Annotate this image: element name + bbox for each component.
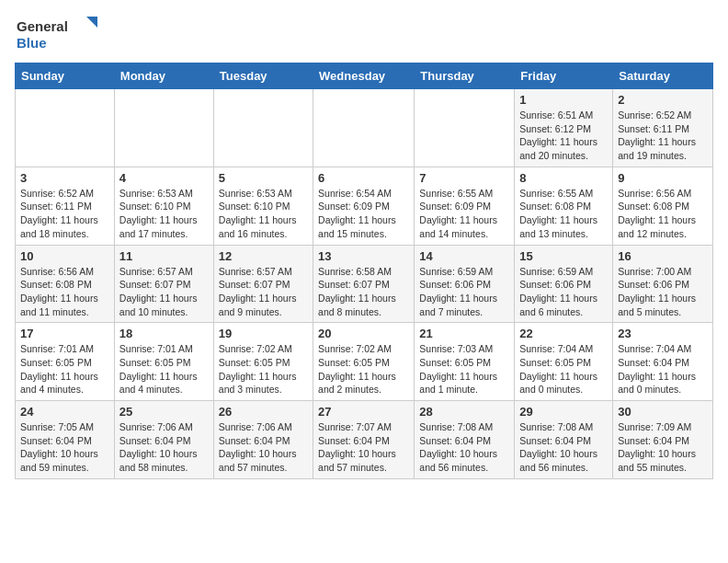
calendar-cell: 26Sunrise: 7:06 AM Sunset: 6:04 PM Dayli…: [213, 401, 313, 479]
calendar-cell: 14Sunrise: 6:59 AM Sunset: 6:06 PM Dayli…: [415, 245, 515, 323]
day-info: Sunrise: 6:58 AM Sunset: 6:07 PM Dayligh…: [318, 265, 409, 319]
day-info: Sunrise: 6:59 AM Sunset: 6:06 PM Dayligh…: [419, 265, 509, 319]
calendar-cell: 7Sunrise: 6:55 AM Sunset: 6:09 PM Daylig…: [415, 167, 515, 245]
header-day-monday: Monday: [114, 63, 213, 89]
day-number: 23: [618, 327, 708, 340]
header-day-sunday: Sunday: [16, 63, 115, 89]
day-info: Sunrise: 7:06 AM Sunset: 6:04 PM Dayligh…: [119, 420, 209, 475]
calendar-cell: 11Sunrise: 6:57 AM Sunset: 6:07 PM Dayli…: [114, 245, 213, 323]
svg-text:General: General: [17, 18, 68, 34]
calendar-cell: 29Sunrise: 7:08 AM Sunset: 6:04 PM Dayli…: [515, 401, 613, 479]
day-number: 30: [618, 405, 708, 419]
calendar-cell: 30Sunrise: 7:09 AM Sunset: 6:04 PM Dayli…: [613, 401, 713, 479]
day-number: 24: [20, 405, 109, 419]
header-day-friday: Friday: [515, 63, 613, 89]
day-info: Sunrise: 7:01 AM Sunset: 6:05 PM Dayligh…: [20, 342, 109, 396]
calendar-cell: 9Sunrise: 6:56 AM Sunset: 6:08 PM Daylig…: [613, 167, 713, 245]
day-info: Sunrise: 6:59 AM Sunset: 6:06 PM Dayligh…: [519, 265, 608, 319]
calendar-cell: 15Sunrise: 6:59 AM Sunset: 6:06 PM Dayli…: [515, 245, 613, 323]
week-row-3: 10Sunrise: 6:56 AM Sunset: 6:08 PM Dayli…: [16, 245, 713, 323]
calendar-cell: 27Sunrise: 7:07 AM Sunset: 6:04 PM Dayli…: [313, 401, 415, 479]
calendar-body: 1Sunrise: 6:51 AM Sunset: 6:12 PM Daylig…: [16, 89, 713, 479]
calendar-cell: [114, 89, 213, 167]
day-info: Sunrise: 6:52 AM Sunset: 6:11 PM Dayligh…: [618, 109, 708, 163]
day-info: Sunrise: 6:56 AM Sunset: 6:08 PM Dayligh…: [20, 265, 109, 319]
calendar-cell: 8Sunrise: 6:55 AM Sunset: 6:08 PM Daylig…: [515, 167, 613, 245]
calendar-cell: 3Sunrise: 6:52 AM Sunset: 6:11 PM Daylig…: [16, 167, 115, 245]
calendar-cell: 24Sunrise: 7:05 AM Sunset: 6:04 PM Dayli…: [16, 401, 115, 479]
day-number: 6: [318, 171, 409, 185]
calendar-cell: 16Sunrise: 7:00 AM Sunset: 6:06 PM Dayli…: [613, 245, 713, 323]
day-info: Sunrise: 6:52 AM Sunset: 6:11 PM Dayligh…: [20, 187, 109, 241]
day-number: 25: [119, 405, 209, 419]
day-info: Sunrise: 7:01 AM Sunset: 6:05 PM Dayligh…: [119, 342, 209, 396]
day-info: Sunrise: 7:08 AM Sunset: 6:04 PM Dayligh…: [519, 420, 608, 475]
day-number: 14: [419, 249, 509, 263]
calendar-cell: 25Sunrise: 7:06 AM Sunset: 6:04 PM Dayli…: [114, 401, 213, 479]
day-info: Sunrise: 6:55 AM Sunset: 6:09 PM Dayligh…: [419, 187, 509, 241]
calendar-table: SundayMondayTuesdayWednesdayThursdayFrid…: [15, 63, 713, 479]
calendar-cell: [313, 89, 415, 167]
day-number: 27: [318, 405, 409, 419]
day-number: 7: [419, 171, 509, 185]
calendar-cell: 13Sunrise: 6:58 AM Sunset: 6:07 PM Dayli…: [313, 245, 415, 323]
day-info: Sunrise: 6:53 AM Sunset: 6:10 PM Dayligh…: [219, 187, 308, 241]
day-number: 21: [419, 327, 509, 340]
day-number: 1: [519, 93, 608, 107]
day-info: Sunrise: 7:05 AM Sunset: 6:04 PM Dayligh…: [20, 420, 109, 475]
day-info: Sunrise: 7:00 AM Sunset: 6:06 PM Dayligh…: [618, 265, 708, 319]
day-info: Sunrise: 7:04 AM Sunset: 6:05 PM Dayligh…: [519, 342, 608, 396]
calendar-cell: 17Sunrise: 7:01 AM Sunset: 6:05 PM Dayli…: [16, 323, 115, 401]
day-number: 8: [519, 171, 608, 185]
week-row-2: 3Sunrise: 6:52 AM Sunset: 6:11 PM Daylig…: [16, 167, 713, 245]
day-number: 5: [219, 171, 308, 185]
day-info: Sunrise: 7:02 AM Sunset: 6:05 PM Dayligh…: [318, 342, 409, 396]
day-number: 4: [119, 171, 209, 185]
day-number: 28: [419, 405, 509, 419]
day-info: Sunrise: 7:09 AM Sunset: 6:04 PM Dayligh…: [618, 420, 708, 475]
day-info: Sunrise: 6:57 AM Sunset: 6:07 PM Dayligh…: [119, 265, 209, 319]
day-number: 26: [219, 405, 308, 419]
day-info: Sunrise: 6:54 AM Sunset: 6:09 PM Dayligh…: [318, 187, 409, 241]
calendar-cell: 20Sunrise: 7:02 AM Sunset: 6:05 PM Dayli…: [313, 323, 415, 401]
day-info: Sunrise: 7:02 AM Sunset: 6:05 PM Dayligh…: [219, 342, 308, 396]
calendar-header: SundayMondayTuesdayWednesdayThursdayFrid…: [16, 63, 713, 89]
week-row-1: 1Sunrise: 6:51 AM Sunset: 6:12 PM Daylig…: [16, 89, 713, 167]
day-number: 17: [20, 327, 109, 340]
day-number: 29: [519, 405, 608, 419]
svg-text:Blue: Blue: [17, 35, 47, 51]
header-day-wednesday: Wednesday: [313, 63, 415, 89]
day-number: 10: [20, 249, 109, 263]
calendar-cell: [16, 89, 115, 167]
week-row-5: 24Sunrise: 7:05 AM Sunset: 6:04 PM Dayli…: [16, 401, 713, 479]
day-number: 18: [119, 327, 209, 340]
day-number: 15: [519, 249, 608, 263]
day-number: 16: [618, 249, 708, 263]
calendar-cell: 10Sunrise: 6:56 AM Sunset: 6:08 PM Dayli…: [16, 245, 115, 323]
day-number: 12: [219, 249, 308, 263]
day-number: 20: [318, 327, 409, 340]
day-info: Sunrise: 6:51 AM Sunset: 6:12 PM Dayligh…: [519, 109, 608, 163]
calendar-cell: 5Sunrise: 6:53 AM Sunset: 6:10 PM Daylig…: [213, 167, 313, 245]
day-info: Sunrise: 7:04 AM Sunset: 6:04 PM Dayligh…: [618, 342, 708, 396]
logo-svg: General Blue: [15, 15, 97, 53]
day-info: Sunrise: 6:56 AM Sunset: 6:08 PM Dayligh…: [618, 187, 708, 241]
day-number: 19: [219, 327, 308, 340]
calendar-cell: 6Sunrise: 6:54 AM Sunset: 6:09 PM Daylig…: [313, 167, 415, 245]
day-number: 3: [20, 171, 109, 185]
calendar-cell: 4Sunrise: 6:53 AM Sunset: 6:10 PM Daylig…: [114, 167, 213, 245]
day-info: Sunrise: 7:03 AM Sunset: 6:05 PM Dayligh…: [419, 342, 509, 396]
day-number: 9: [618, 171, 708, 185]
day-number: 2: [618, 93, 708, 107]
calendar-cell: 23Sunrise: 7:04 AM Sunset: 6:04 PM Dayli…: [613, 323, 713, 401]
day-number: 13: [318, 249, 409, 263]
calendar-cell: [415, 89, 515, 167]
calendar-cell: 18Sunrise: 7:01 AM Sunset: 6:05 PM Dayli…: [114, 323, 213, 401]
header-day-saturday: Saturday: [613, 63, 713, 89]
calendar-cell: [213, 89, 313, 167]
header-day-tuesday: Tuesday: [213, 63, 313, 89]
calendar-cell: 22Sunrise: 7:04 AM Sunset: 6:05 PM Dayli…: [515, 323, 613, 401]
calendar-cell: 1Sunrise: 6:51 AM Sunset: 6:12 PM Daylig…: [515, 89, 613, 167]
day-number: 11: [119, 249, 209, 263]
calendar-cell: 2Sunrise: 6:52 AM Sunset: 6:11 PM Daylig…: [613, 89, 713, 167]
